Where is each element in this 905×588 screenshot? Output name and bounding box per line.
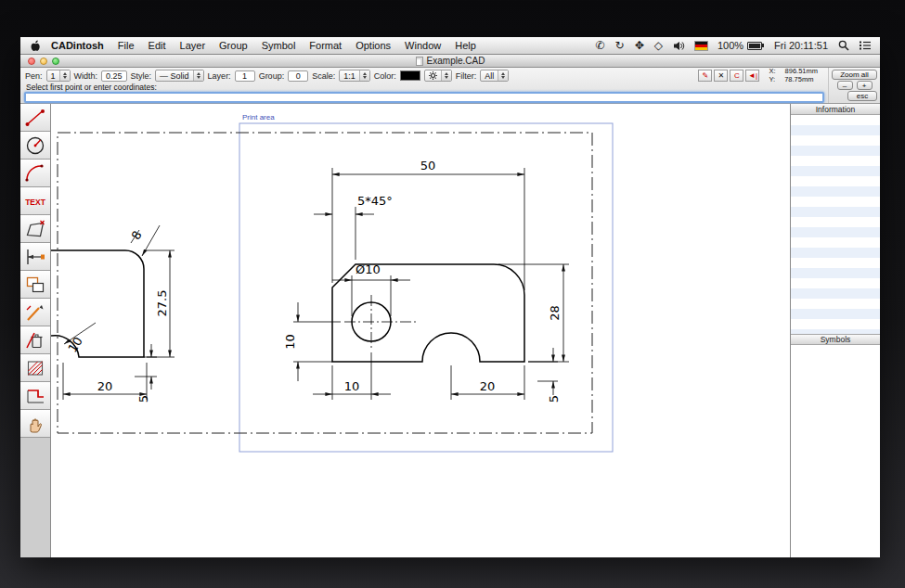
pen-settings-select[interactable]: [424, 70, 452, 82]
shape-icon[interactable]: ◇: [654, 40, 663, 51]
right-part: 50 5*45° Ø10 28 10 10 20 5: [283, 159, 569, 403]
hatch-tool[interactable]: [20, 354, 50, 382]
desktop: { "menubar": { "app_name": "CADintosh", …: [0, 0, 905, 588]
battery-indicator[interactable]: 100%: [718, 40, 764, 51]
apple-menu[interactable]: [30, 40, 40, 52]
pen-mode-icon[interactable]: ✎: [698, 70, 712, 82]
pen-select[interactable]: 1: [46, 70, 71, 82]
hand-icon: [23, 413, 47, 435]
edit-tool[interactable]: [20, 299, 50, 326]
menu-format[interactable]: Format: [309, 40, 342, 51]
text-tool[interactable]: TEXT: [20, 187, 50, 215]
group-label: Group:: [259, 71, 285, 81]
dimension-tool[interactable]: [20, 243, 50, 271]
symbols-list[interactable]: [791, 345, 880, 557]
line-tool[interactable]: [20, 104, 50, 132]
polyline-tool-icon: [23, 385, 47, 407]
menu-window[interactable]: Window: [405, 40, 441, 51]
battery-icon: [747, 42, 764, 50]
menu-symbol[interactable]: Symbol: [262, 40, 296, 51]
phone-icon[interactable]: ✆: [596, 40, 605, 51]
width-field[interactable]: 0.25: [101, 70, 127, 82]
polygon-tool-icon: [23, 218, 47, 240]
style-select[interactable]: — Solid: [155, 70, 204, 82]
copy-tool[interactable]: [20, 271, 50, 299]
left-part-outline: [51, 250, 144, 357]
menu-layer[interactable]: Layer: [180, 40, 206, 51]
keyboard-layout-flag-icon[interactable]: [695, 42, 707, 50]
right-panel: Information Symbols: [790, 104, 880, 557]
delete-mode-icon[interactable]: ✕: [714, 70, 728, 82]
right-dim-lines: [293, 168, 569, 400]
drawing-canvas[interactable]: Print area: [51, 104, 790, 557]
hatch-tool-icon: [23, 357, 47, 379]
dim-top-width: 50: [420, 159, 436, 173]
zoom-in-button[interactable]: +: [857, 81, 873, 90]
dim-hole: Ø10: [356, 262, 381, 276]
delete-tool[interactable]: [20, 326, 50, 354]
trash-icon: [23, 329, 47, 352]
polyline-tool[interactable]: [20, 382, 50, 410]
menu-options[interactable]: Options: [356, 40, 391, 51]
color-swatch[interactable]: [400, 70, 420, 81]
information-list[interactable]: [791, 115, 880, 334]
stepper-icon: [193, 70, 203, 81]
menu-bar: CADintosh File Edit Layer Group Symbol F…: [20, 37, 880, 55]
drawing-area[interactable]: Print area: [51, 104, 790, 557]
menu-list-icon[interactable]: [860, 41, 871, 50]
menu-app-name[interactable]: CADintosh: [51, 40, 104, 51]
sheet-frame: [58, 133, 592, 433]
minimize-button[interactable]: [40, 58, 47, 65]
volume-icon[interactable]: [673, 41, 685, 51]
zoom-controls: Zoom all – + esc: [828, 68, 880, 103]
zoom-all-button[interactable]: Zoom all: [832, 70, 877, 80]
menu-edit[interactable]: Edit: [149, 40, 166, 51]
move-icon[interactable]: ✥: [635, 40, 644, 51]
window-title: Example.CAD: [427, 56, 485, 66]
esc-button[interactable]: esc: [847, 91, 877, 101]
center-lines: [344, 295, 419, 349]
pen-label: Pen:: [25, 71, 43, 81]
arc-tool[interactable]: [20, 160, 50, 187]
coordinate-input[interactable]: [24, 92, 824, 103]
menu-group[interactable]: Group: [219, 40, 248, 51]
spotlight-icon[interactable]: [838, 40, 849, 51]
dim-notch-depth: 5: [547, 395, 561, 403]
close-button[interactable]: [28, 58, 35, 65]
zoom-button[interactable]: [52, 58, 59, 65]
menu-clock[interactable]: Fri 20:11:51: [774, 40, 828, 51]
menu-file[interactable]: File: [118, 40, 135, 51]
dim-left-radius: 8: [129, 228, 145, 242]
left-part: 27.5 8 10 20 5: [51, 225, 175, 403]
right-part-outline: [332, 264, 524, 362]
print-area-label: Print area: [242, 113, 275, 121]
prompt-text: Select first point or enter coordinates:: [20, 83, 828, 92]
apple-icon: [30, 40, 40, 52]
copy-tool-icon: [23, 274, 47, 296]
copy-mode-icon[interactable]: C: [730, 70, 743, 82]
pan-tool[interactable]: [20, 410, 50, 438]
polygon-tool[interactable]: [20, 215, 50, 243]
layer-field[interactable]: 1: [235, 70, 255, 82]
tool-palette: TEXT: [20, 104, 51, 557]
group-field[interactable]: 0: [288, 70, 308, 82]
toolbar: Pen: 1 Width: 0.25 Style: — Solid Layer:…: [20, 68, 828, 83]
width-label: Width:: [74, 71, 98, 81]
sync-icon[interactable]: ↻: [615, 40, 625, 51]
stepper-icon: [359, 70, 369, 81]
dim-bottom-left: 10: [344, 379, 360, 393]
filter-select[interactable]: All: [480, 70, 509, 82]
information-header: Information: [791, 104, 880, 115]
circle-tool[interactable]: [20, 132, 50, 160]
menu-help[interactable]: Help: [455, 40, 476, 51]
y-label: Y:: [769, 76, 775, 84]
snap-mode-icon[interactable]: ◄|: [745, 70, 759, 82]
symbols-header: Symbols: [791, 334, 880, 345]
window-title-bar[interactable]: Example.CAD: [20, 55, 880, 68]
text-tool-icon: TEXT: [23, 190, 47, 212]
coordinate-readout: X:896.51mm Y:78.75mm: [769, 68, 818, 83]
scale-select[interactable]: 1:1: [339, 70, 370, 82]
document-icon: [416, 57, 423, 66]
dim-bottom-right: 20: [480, 379, 496, 393]
zoom-out-button[interactable]: –: [837, 81, 853, 90]
